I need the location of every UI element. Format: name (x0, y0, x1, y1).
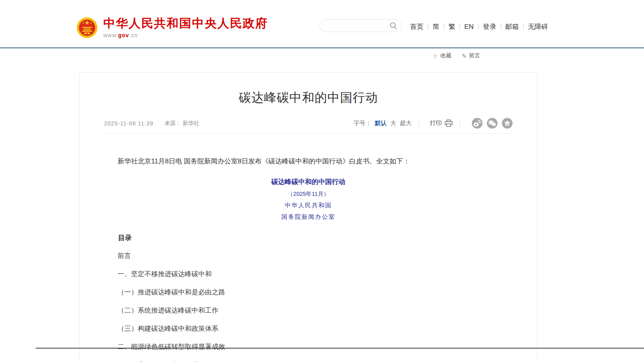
url-gov: gov (118, 32, 129, 38)
nav-separator (444, 24, 444, 30)
document-date: （2025年11月） (104, 190, 513, 198)
source-label: 来源： (164, 120, 181, 126)
toc-item: （一）推进碳达峰碳中和是必由之路 (118, 288, 513, 297)
document-org-line2: 国务院新闻办公室 (104, 213, 513, 221)
source: 来源： 新华社 (164, 120, 199, 127)
nav-traditional[interactable]: 繁 (448, 22, 455, 31)
font-size-default[interactable]: 默认 (375, 119, 387, 127)
share-wechat-icon[interactable] (487, 118, 498, 129)
nav-mail[interactable]: 邮箱 (505, 22, 519, 31)
font-size-label: 字号： (353, 119, 371, 127)
print-label: 打印 (430, 119, 442, 127)
nav-home[interactable]: 首页 (410, 22, 424, 31)
share-weibo-icon[interactable] (472, 118, 483, 129)
nav-simplified[interactable]: 简 (433, 22, 439, 31)
page: 中华人民共和国中央人民政府 www.gov.cn 首页简繁EN登录邮箱无障碍 ☆… (0, 0, 644, 362)
message-label: 留言 (469, 52, 480, 59)
toc-item: （一）非化石能源实现跃升发展 (118, 360, 513, 362)
article-title: 碳达峰碳中和的中国行动 (104, 89, 513, 107)
search-box (319, 19, 402, 32)
logo-text: 中华人民共和国中央人民政府 www.gov.cn (103, 17, 268, 38)
nav-login[interactable]: 登录 (483, 22, 496, 31)
bottom-divider (36, 348, 644, 349)
url-cn: .cn (129, 32, 138, 38)
toc-item: 前言 (118, 251, 513, 261)
nav-separator (478, 24, 479, 30)
star-outline-icon: ☆ (433, 53, 438, 59)
header-divider (0, 47, 644, 48)
print-button[interactable]: 打印 (430, 119, 453, 127)
share-star-icon[interactable] (502, 118, 513, 129)
toc-item: （二）系统推进碳达峰碳中和工作 (118, 306, 513, 315)
article-card: 碳达峰碳中和的中国行动 2025-11-08 11:39 来源： 新华社 字号：… (79, 72, 538, 362)
nav-english[interactable]: EN (464, 23, 474, 31)
search-input[interactable] (326, 22, 387, 29)
font-size-large[interactable]: 大 (390, 119, 396, 127)
publish-date: 2025-11-08 11:39 (104, 120, 153, 127)
meta-separator (460, 120, 460, 126)
toc-title: 目录 (118, 233, 513, 243)
toc-item: 二、能源绿色低碳转型取得显著成效 (118, 342, 513, 352)
pencil-icon: ✎ (462, 53, 467, 59)
top-nav: 首页简繁EN登录邮箱无障碍 (410, 22, 548, 31)
font-size-xlarge[interactable]: 超大 (400, 119, 412, 127)
document-title: 碳达峰碳中和的中国行动 (104, 177, 513, 187)
meta-left: 2025-11-08 11:39 来源： 新华社 (104, 120, 199, 127)
printer-icon (445, 119, 453, 127)
message-button[interactable]: ✎ 留言 (462, 52, 480, 59)
toc-item: （三）构建碳达峰碳中和政策体系 (118, 324, 513, 334)
document-org-line1: 中华人民共和国 (104, 201, 513, 210)
meta-separator (419, 120, 419, 126)
nav-separator (501, 24, 501, 30)
national-emblem-icon (76, 17, 98, 38)
site-header: 中华人民共和国中央人民政府 www.gov.cn 首页简繁EN登录邮箱无障碍 (0, 0, 644, 47)
favorite-label: 收藏 (440, 52, 451, 59)
site-title: 中华人民共和国中央人民政府 (103, 17, 268, 30)
article-meta: 2025-11-08 11:39 来源： 新华社 字号： 默认 大 超大 打印 (104, 118, 513, 134)
toc-item: 一、坚定不移推进碳达峰碳中和 (118, 269, 513, 279)
nav-separator (428, 24, 428, 30)
nav-separator (523, 24, 524, 30)
lead-paragraph: 新华社北京11月8日电 国务院新闻办公室8日发布《碳达峰碳中和的中国行动》白皮书… (104, 156, 513, 167)
search-icon[interactable] (389, 22, 397, 30)
meta-right: 字号： 默认 大 超大 打印 (353, 118, 513, 129)
nav-separator (460, 24, 460, 30)
favorite-button[interactable]: ☆ 收藏 (433, 52, 451, 59)
url-www: www. (103, 32, 118, 38)
site-logo[interactable]: 中华人民共和国中央人民政府 www.gov.cn (76, 17, 268, 38)
nav-accessibility[interactable]: 无障碍 (528, 22, 548, 31)
site-url: www.gov.cn (103, 32, 268, 38)
source-value: 新华社 (182, 120, 199, 126)
article-action-row: ☆ 收藏 ✎ 留言 (433, 52, 490, 59)
